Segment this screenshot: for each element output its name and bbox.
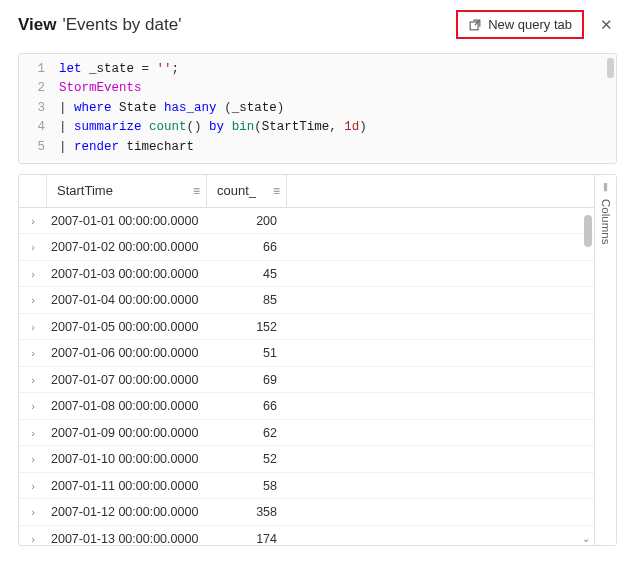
cell-starttime: 2007-01-04 00:00:00.0000 <box>47 293 207 307</box>
cell-count: 58 <box>207 479 287 493</box>
new-query-tab-button[interactable]: New query tab <box>456 10 584 39</box>
expand-row-icon[interactable]: › <box>19 294 47 306</box>
code-line[interactable]: 2StormEvents <box>19 79 616 98</box>
cell-starttime: 2007-01-09 00:00:00.0000 <box>47 426 207 440</box>
view-label: View <box>18 15 56 35</box>
column-header-label: StartTime <box>57 183 113 198</box>
view-name: 'Events by date' <box>62 15 450 35</box>
scroll-down-icon[interactable]: ⌄ <box>580 533 592 545</box>
code-lines[interactable]: 1let _state = '';2StormEvents3| where St… <box>19 60 616 157</box>
table-row[interactable]: ›2007-01-09 00:00:00.000062 <box>19 420 594 447</box>
cell-count: 52 <box>207 452 287 466</box>
table-row[interactable]: ›2007-01-05 00:00:00.0000152 <box>19 314 594 341</box>
cell-starttime: 2007-01-02 00:00:00.0000 <box>47 240 207 254</box>
cell-starttime: 2007-01-01 00:00:00.0000 <box>47 214 207 228</box>
cell-count: 174 <box>207 532 287 545</box>
cell-starttime: 2007-01-05 00:00:00.0000 <box>47 320 207 334</box>
cell-count: 69 <box>207 373 287 387</box>
columns-rail[interactable]: ⦀ Columns <box>594 175 616 545</box>
table-header-row: StartTime ≡ count_ ≡ <box>19 175 594 208</box>
cell-starttime: 2007-01-13 00:00:00.0000 <box>47 532 207 545</box>
line-number: 4 <box>19 118 59 137</box>
line-content[interactable]: | where State has_any (_state) <box>59 99 284 118</box>
new-query-tab-label: New query tab <box>488 17 572 32</box>
columns-icon: ⦀ <box>603 181 608 193</box>
table-row[interactable]: ›2007-01-03 00:00:00.000045 <box>19 261 594 288</box>
code-line[interactable]: 1let _state = ''; <box>19 60 616 79</box>
expand-row-icon[interactable]: › <box>19 480 47 492</box>
cell-count: 200 <box>207 214 287 228</box>
columns-rail-label: Columns <box>600 199 612 244</box>
table-row[interactable]: ›2007-01-11 00:00:00.000058 <box>19 473 594 500</box>
table-row[interactable]: ›2007-01-07 00:00:00.000069 <box>19 367 594 394</box>
column-menu-icon[interactable]: ≡ <box>193 184 200 198</box>
results-table-panel: StartTime ≡ count_ ≡ ›2007-01-01 00:00:0… <box>18 174 617 546</box>
open-in-new-icon <box>468 18 482 32</box>
table-scrollbar-thumb[interactable] <box>584 215 592 247</box>
line-number: 2 <box>19 79 59 98</box>
code-line[interactable]: 3| where State has_any (_state) <box>19 99 616 118</box>
cell-starttime: 2007-01-08 00:00:00.0000 <box>47 399 207 413</box>
cell-starttime: 2007-01-10 00:00:00.0000 <box>47 452 207 466</box>
cell-count: 45 <box>207 267 287 281</box>
table-row[interactable]: ›2007-01-13 00:00:00.0000174 <box>19 526 594 545</box>
expand-row-icon[interactable]: › <box>19 268 47 280</box>
line-number: 5 <box>19 138 59 157</box>
cell-starttime: 2007-01-07 00:00:00.0000 <box>47 373 207 387</box>
expand-row-icon[interactable]: › <box>19 241 47 253</box>
line-number: 1 <box>19 60 59 79</box>
code-line[interactable]: 5| render timechart <box>19 138 616 157</box>
table-row[interactable]: ›2007-01-10 00:00:00.000052 <box>19 446 594 473</box>
cell-starttime: 2007-01-11 00:00:00.0000 <box>47 479 207 493</box>
cell-starttime: 2007-01-06 00:00:00.0000 <box>47 346 207 360</box>
table-row[interactable]: ›2007-01-08 00:00:00.000066 <box>19 393 594 420</box>
line-content[interactable]: | summarize count() by bin(StartTime, 1d… <box>59 118 367 137</box>
line-number: 3 <box>19 99 59 118</box>
cell-starttime: 2007-01-12 00:00:00.0000 <box>47 505 207 519</box>
expand-row-icon[interactable]: › <box>19 453 47 465</box>
column-header-label: count_ <box>217 183 256 198</box>
cell-count: 62 <box>207 426 287 440</box>
expand-row-icon[interactable]: › <box>19 321 47 333</box>
close-button[interactable]: ✕ <box>590 11 617 38</box>
expand-row-icon[interactable]: › <box>19 533 47 545</box>
expand-row-icon[interactable]: › <box>19 400 47 412</box>
column-header-starttime[interactable]: StartTime ≡ <box>47 175 207 207</box>
expand-row-icon[interactable]: › <box>19 374 47 386</box>
cell-count: 85 <box>207 293 287 307</box>
cell-count: 51 <box>207 346 287 360</box>
table-row[interactable]: ›2007-01-04 00:00:00.000085 <box>19 287 594 314</box>
cell-starttime: 2007-01-03 00:00:00.0000 <box>47 267 207 281</box>
line-content[interactable]: let _state = ''; <box>59 60 179 79</box>
table-row[interactable]: ›2007-01-06 00:00:00.000051 <box>19 340 594 367</box>
table-row[interactable]: ›2007-01-12 00:00:00.0000358 <box>19 499 594 526</box>
table-row[interactable]: ›2007-01-02 00:00:00.000066 <box>19 234 594 261</box>
table-body[interactable]: ›2007-01-01 00:00:00.0000200›2007-01-02 … <box>19 208 594 545</box>
cell-count: 66 <box>207 240 287 254</box>
expand-row-icon[interactable]: › <box>19 347 47 359</box>
code-line[interactable]: 4| summarize count() by bin(StartTime, 1… <box>19 118 616 137</box>
expand-row-icon[interactable]: › <box>19 427 47 439</box>
expand-row-icon[interactable]: › <box>19 506 47 518</box>
column-menu-icon[interactable]: ≡ <box>273 184 280 198</box>
query-code-panel: 1let _state = '';2StormEvents3| where St… <box>18 53 617 164</box>
line-content[interactable]: StormEvents <box>59 79 142 98</box>
expand-row-icon[interactable]: › <box>19 215 47 227</box>
column-header-count[interactable]: count_ ≡ <box>207 175 287 207</box>
expand-all-column <box>19 175 47 207</box>
cell-count: 152 <box>207 320 287 334</box>
code-scrollbar-thumb[interactable] <box>607 58 614 78</box>
line-content[interactable]: | render timechart <box>59 138 194 157</box>
table-row[interactable]: ›2007-01-01 00:00:00.0000200 <box>19 208 594 235</box>
panel-header: View 'Events by date' New query tab ✕ <box>0 0 631 49</box>
close-icon: ✕ <box>600 16 613 33</box>
cell-count: 66 <box>207 399 287 413</box>
cell-count: 358 <box>207 505 287 519</box>
